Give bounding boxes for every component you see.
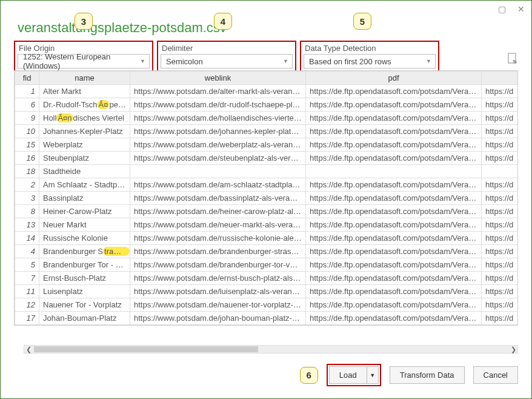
table-row[interactable]: 7Ernst-Busch-Platzhttps://www.potsdam.de… — [15, 272, 518, 285]
cell-extra: https://d — [482, 272, 518, 285]
cell-name: Neuer Markt — [39, 218, 130, 232]
callout-4: 4 — [214, 13, 232, 30]
cell-fid: 15 — [15, 138, 39, 152]
file-title: veranstaltungsplaetze-potsdam.csv — [18, 20, 227, 36]
cell-pdf: https://de.ftp.opendatasoft.com/potsdam/… — [306, 98, 482, 112]
cell-fid: 8 — [15, 205, 39, 218]
cell-fid: 11 — [15, 285, 39, 298]
cell-pdf: https://de.ftp.opendatasoft.com/potsdam/… — [306, 152, 482, 165]
table-header-row: fid name weblink pdf — [15, 72, 518, 85]
scroll-thumb[interactable] — [34, 346, 258, 352]
cell-fid: 9 — [15, 112, 39, 125]
settings-icon[interactable] — [507, 53, 518, 68]
col-extra[interactable] — [482, 72, 518, 85]
cell-pdf: https://de.ftp.opendatasoft.com/potsdam/… — [306, 245, 482, 258]
table-row[interactable]: 3Bassinplatzhttps://www.potsdam.de/bassi… — [15, 192, 518, 205]
cell-name: HollÃ¤ndisches Viertel — [39, 112, 130, 125]
cell-weblink: https://www.potsdam.de/ernst-busch-platz… — [130, 272, 306, 285]
file-origin-group: File Origin 1252: Western European (Wind… — [14, 41, 153, 73]
cell-pdf: https://de.ftp.opendatasoft.com/potsdam/… — [306, 232, 482, 245]
datatype-dropdown[interactable]: Based on first 200 rows ▼ — [304, 54, 436, 69]
table-row[interactable]: 12Nauener Tor - Vorplatzhttps://www.pots… — [15, 298, 518, 312]
cell-weblink: https://www.potsdam.de/brandenburger-tor… — [130, 258, 306, 272]
table-row[interactable]: 8Heiner-Carow-Platzhttps://www.potsdam.d… — [15, 205, 518, 218]
cell-extra: https://d — [482, 98, 518, 112]
col-weblink[interactable]: weblink — [130, 72, 306, 85]
table-row[interactable]: 10Johannes-Kepler-Platzhttps://www.potsd… — [15, 125, 518, 138]
cell-name: Luisenplatz — [39, 285, 130, 298]
cell-name: Brandenburger StraÃŸe — [39, 245, 130, 258]
cell-pdf: https://de.ftp.opendatasoft.com/potsdam/… — [306, 285, 482, 298]
cell-pdf: https://de.ftp.opendatasoft.com/potsdam/… — [306, 272, 482, 285]
col-fid[interactable]: fid — [15, 72, 39, 85]
datatype-value: Based on first 200 rows — [309, 57, 391, 66]
cell-extra: https://d — [482, 258, 518, 272]
cell-name: Russische Kolonie — [39, 232, 130, 245]
table-row[interactable]: 9HollÃ¤ndisches Viertelhttps://www.potsd… — [15, 112, 518, 125]
cell-weblink: https://www.potsdam.de/steubenplatz-als-… — [130, 152, 306, 165]
table-row[interactable]: 1Alter Markthttps://www.potsdam.de/alter… — [15, 85, 518, 98]
file-origin-value: 1252: Western European (Windows) — [23, 52, 136, 70]
import-options: File Origin 1252: Western European (Wind… — [14, 41, 439, 73]
cell-name: Brandenburger Tor - Vorplatz — [39, 258, 130, 272]
cell-pdf: https://de.ftp.opendatasoft.com/potsdam/… — [306, 178, 482, 192]
cell-extra: https://d — [482, 192, 518, 205]
datatype-label: Data Type Detection — [304, 44, 436, 53]
cell-extra: https://d — [482, 112, 518, 125]
cell-extra: https://d — [482, 178, 518, 192]
cell-fid: 14 — [15, 232, 39, 245]
table-row[interactable]: 5Brandenburger Tor - Vorplatzhttps://www… — [15, 258, 518, 272]
delimiter-group: Delimiter Semicolon ▼ — [157, 41, 296, 73]
cell-weblink: https://www.potsdam.de/johannes-kepler-p… — [130, 125, 306, 138]
cell-name: Stadtheide — [39, 165, 130, 178]
table-row[interactable]: 18Stadtheide — [15, 165, 518, 178]
scroll-left-icon[interactable]: ❮ — [24, 346, 33, 354]
cell-name: Dr.-Rudolf-TschÃ¤pe-Platz — [39, 98, 130, 112]
table-row[interactable]: 11Luisenplatzhttps://www.potsdam.de/luis… — [15, 285, 518, 298]
cell-weblink: https://www.potsdam.de/alter-markt-als-v… — [130, 85, 306, 98]
delimiter-dropdown[interactable]: Semicolon ▼ — [161, 54, 293, 69]
table-row[interactable]: 4Brandenburger StraÃŸehttps://www.potsda… — [15, 245, 518, 258]
col-name[interactable]: name — [39, 72, 130, 85]
cell-fid: 10 — [15, 125, 39, 138]
callout-5: 5 — [353, 13, 371, 30]
cell-weblink: https://www.potsdam.de/nauener-tor-vorpl… — [130, 298, 306, 312]
table-row[interactable]: 14Russische Koloniehttps://www.potsdam.d… — [15, 232, 518, 245]
footer-buttons: 6 Load ▼ Transform Data Cancel — [300, 364, 518, 386]
table-row[interactable]: 13Neuer Markthttps://www.potsdam.de/neue… — [15, 218, 518, 232]
cell-pdf: https://de.ftp.opendatasoft.com/potsdam/… — [306, 312, 482, 325]
load-button[interactable]: Load — [329, 366, 367, 384]
chevron-down-icon: ▼ — [426, 58, 431, 64]
cell-extra: https://d — [482, 285, 518, 298]
cell-extra: https://d — [482, 298, 518, 312]
cell-pdf: https://de.ftp.opendatasoft.com/potsdam/… — [306, 298, 482, 312]
table-row[interactable]: 16Steubenplatzhttps://www.potsdam.de/ste… — [15, 152, 518, 165]
table-row[interactable]: 2Am Schlaatz - Stadtplatzhttps://www.pot… — [15, 178, 518, 192]
maximize-icon[interactable]: ▢ — [497, 5, 506, 13]
cell-extra: https://d — [482, 245, 518, 258]
load-dropdown-button[interactable]: ▼ — [367, 366, 379, 384]
cell-pdf: https://de.ftp.opendatasoft.com/potsdam/… — [306, 192, 482, 205]
cell-name: Johannes-Kepler-Platz — [39, 125, 130, 138]
cell-pdf: https://de.ftp.opendatasoft.com/potsdam/… — [306, 85, 482, 98]
cell-weblink: https://www.potsdam.de/brandenburger-str… — [130, 245, 306, 258]
close-icon[interactable]: ✕ — [517, 5, 525, 13]
transform-data-button[interactable]: Transform Data — [390, 366, 465, 384]
horizontal-scrollbar[interactable]: ❮ ❯ — [24, 345, 518, 354]
cancel-button[interactable]: Cancel — [473, 366, 518, 384]
cell-fid: 17 — [15, 312, 39, 325]
cell-weblink: https://www.potsdam.de/bassinplatz-als-v… — [130, 192, 306, 205]
col-pdf[interactable]: pdf — [306, 72, 482, 85]
file-origin-dropdown[interactable]: 1252: Western European (Windows) ▼ — [18, 54, 150, 69]
cell-weblink: https://www.potsdam.de/luisenplatz-als-v… — [130, 285, 306, 298]
dialog-window: ▢ ✕ veranstaltungsplaetze-potsdam.csv 3 … — [0, 0, 532, 399]
table-row[interactable]: 17Johan-Bouman-Platzhttps://www.potsdam.… — [15, 312, 518, 325]
cell-extra: https://d — [482, 232, 518, 245]
chevron-down-icon: ▼ — [283, 58, 288, 64]
table-row[interactable]: 6Dr.-Rudolf-TschÃ¤pe-Platzhttps://www.po… — [15, 98, 518, 112]
table-row[interactable]: 15Weberplatzhttps://www.potsdam.de/weber… — [15, 138, 518, 152]
cell-fid: 2 — [15, 178, 39, 192]
cell-weblink: https://www.potsdam.de/neuer-markt-als-v… — [130, 218, 306, 232]
cell-name: Johan-Bouman-Platz — [39, 312, 130, 325]
scroll-right-icon[interactable]: ❯ — [509, 346, 517, 354]
